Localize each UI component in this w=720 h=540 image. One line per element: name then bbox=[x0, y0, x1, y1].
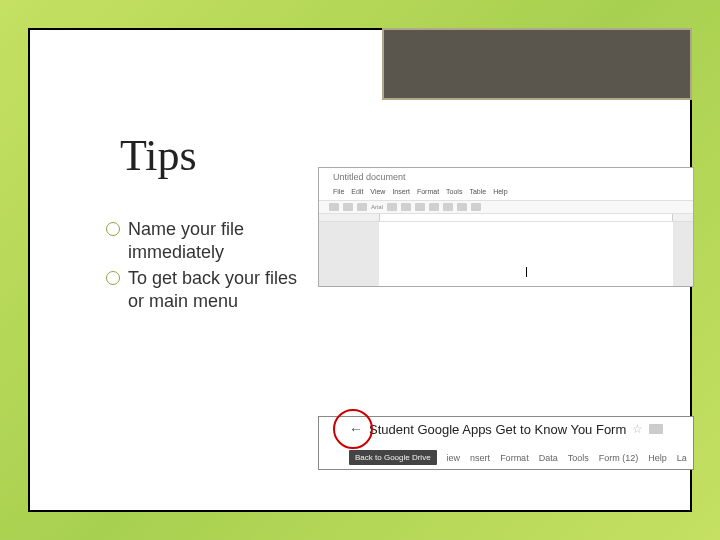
back-to-drive-badge: Back to Google Drive bbox=[349, 450, 437, 465]
redo-icon bbox=[343, 203, 353, 211]
docs-toolbar: Arial bbox=[319, 200, 693, 214]
docs-menu-item: Edit bbox=[351, 188, 363, 195]
drive-menu-item: Tools bbox=[568, 453, 589, 463]
bullet-text: Name your file immediately bbox=[128, 218, 306, 263]
text-cursor bbox=[526, 267, 527, 277]
star-icon: ☆ bbox=[632, 422, 643, 436]
docs-screenshot: Untitled document File Edit View Insert … bbox=[318, 167, 694, 287]
docs-menu-item: Format bbox=[417, 188, 439, 195]
drive-menu-item: Data bbox=[539, 453, 558, 463]
undo-icon bbox=[329, 203, 339, 211]
slide-frame: Tips Name your file immediately To get b… bbox=[28, 28, 692, 512]
drive-menu-item: Format bbox=[500, 453, 529, 463]
list-icon bbox=[457, 203, 467, 211]
folder-icon bbox=[649, 424, 663, 434]
toolbar-font-label: Arial bbox=[371, 204, 383, 210]
bullet-icon bbox=[106, 271, 120, 285]
docs-title: Untitled document bbox=[333, 172, 406, 182]
docs-ruler bbox=[319, 214, 693, 222]
docs-ruler-inner bbox=[379, 214, 673, 221]
bullet-list: Name your file immediately To get back y… bbox=[106, 218, 306, 316]
red-circle-annotation bbox=[333, 409, 373, 449]
docs-page-area bbox=[319, 222, 693, 286]
docs-menu-item: Insert bbox=[392, 188, 410, 195]
bullet-text: To get back your files or main menu bbox=[128, 267, 306, 312]
drive-doc-title: Student Google Apps Get to Know You Form bbox=[369, 422, 626, 437]
drive-menu-item: La bbox=[677, 453, 687, 463]
text-color-icon bbox=[429, 203, 439, 211]
slide-title: Tips bbox=[120, 130, 197, 181]
docs-menu-item: Help bbox=[493, 188, 507, 195]
align-icon bbox=[443, 203, 453, 211]
accent-box bbox=[382, 28, 692, 100]
drive-screenshot: ← Student Google Apps Get to Know You Fo… bbox=[318, 416, 694, 470]
docs-menu-item: Tools bbox=[446, 188, 462, 195]
indent-icon bbox=[471, 203, 481, 211]
bold-icon bbox=[387, 203, 397, 211]
docs-menu-item: File bbox=[333, 188, 344, 195]
drive-menu-item: Help bbox=[648, 453, 667, 463]
docs-menu-item: Table bbox=[469, 188, 486, 195]
docs-menu-bar: File Edit View Insert Format Tools Table… bbox=[333, 188, 508, 195]
drive-menu-item: nsert bbox=[470, 453, 490, 463]
bullet-icon bbox=[106, 222, 120, 236]
italic-icon bbox=[401, 203, 411, 211]
underline-icon bbox=[415, 203, 425, 211]
drive-menu-row: Back to Google Drive iew nsert Format Da… bbox=[349, 450, 687, 465]
drive-menu-item: iew bbox=[447, 453, 461, 463]
docs-page bbox=[379, 222, 673, 286]
list-item: To get back your files or main menu bbox=[106, 267, 306, 312]
list-item: Name your file immediately bbox=[106, 218, 306, 263]
drive-menu-item: Form (12) bbox=[599, 453, 639, 463]
print-icon bbox=[357, 203, 367, 211]
docs-menu-item: View bbox=[370, 188, 385, 195]
drive-title-row: ← Student Google Apps Get to Know You Fo… bbox=[349, 421, 663, 437]
